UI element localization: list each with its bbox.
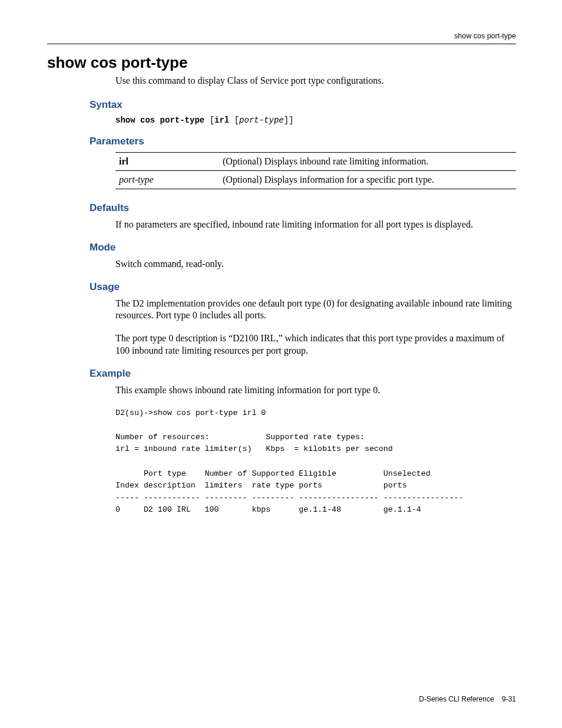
example-intro: This example shows inbound rate limiting… bbox=[115, 384, 516, 397]
mode-text: Switch command, read-only. bbox=[115, 258, 516, 271]
usage-text-2: The port type 0 description is “D2100 IR… bbox=[115, 332, 516, 357]
footer-doc-title: D-Series CLI Reference bbox=[419, 695, 494, 703]
parameters-table: irl (Optional) Displays inbound rate lim… bbox=[115, 152, 516, 189]
table-row: irl (Optional) Displays inbound rate lim… bbox=[115, 153, 516, 171]
page: show cos port-type show cos port-type Us… bbox=[0, 0, 562, 516]
running-header: show cos port-type bbox=[47, 32, 516, 44]
page-footer: D-Series CLI Reference 9-31 bbox=[419, 695, 516, 703]
intro-text: Use this command to display Class of Ser… bbox=[115, 75, 516, 86]
example-output: D2(su)->show cos port-type irl 0 Number … bbox=[115, 407, 516, 516]
syntax-arg: port-type bbox=[239, 116, 284, 125]
syntax-cmd: show cos port-type bbox=[115, 116, 204, 125]
content-body: Use this command to display Class of Ser… bbox=[115, 75, 516, 86]
defaults-text: If no parameters are specified, inbound … bbox=[115, 219, 516, 231]
syntax-command: show cos port-type [irl [port-type]] bbox=[115, 116, 516, 125]
parameters-heading: Parameters bbox=[47, 136, 516, 147]
syntax-keyword: irl bbox=[214, 116, 229, 125]
usage-heading: Usage bbox=[47, 281, 516, 293]
syntax-heading: Syntax bbox=[47, 99, 516, 111]
param-desc: (Optional) Displays information for a sp… bbox=[220, 171, 516, 189]
syntax-bracket: ]] bbox=[284, 116, 294, 125]
syntax-bracket: [ bbox=[204, 116, 214, 125]
table-row: port-type (Optional) Displays informatio… bbox=[115, 171, 516, 189]
defaults-heading: Defaults bbox=[47, 202, 516, 214]
example-heading: Example bbox=[47, 368, 516, 380]
param-desc: (Optional) Displays inbound rate limitin… bbox=[220, 153, 516, 171]
syntax-bracket: [ bbox=[229, 116, 239, 125]
header-rule bbox=[47, 44, 516, 44]
mode-heading: Mode bbox=[47, 242, 516, 253]
usage-text-1: The D2 implementation provides one defau… bbox=[115, 298, 516, 322]
param-name: irl bbox=[115, 153, 220, 171]
page-title: show cos port-type bbox=[47, 54, 516, 72]
footer-page-number: 9-31 bbox=[502, 695, 516, 703]
param-name: port-type bbox=[115, 171, 220, 189]
